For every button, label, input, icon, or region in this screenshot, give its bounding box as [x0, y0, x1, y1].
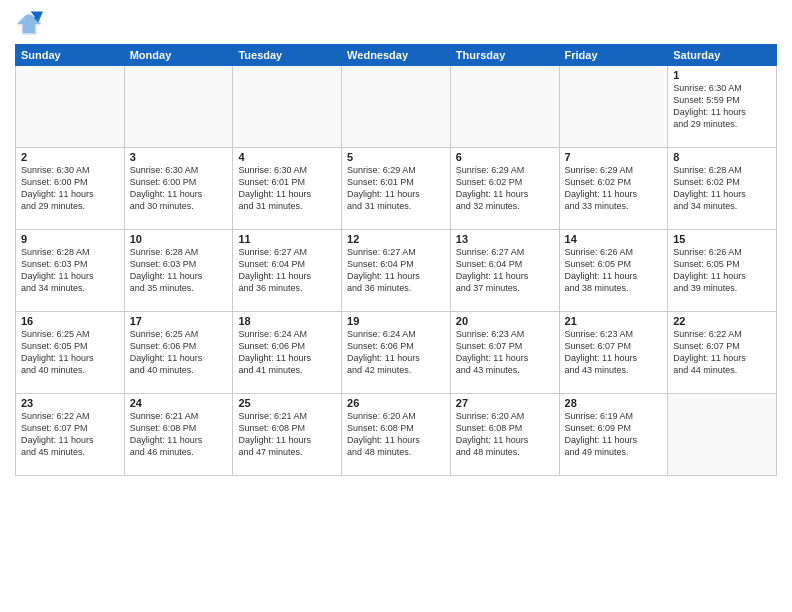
calendar-day-cell: 10Sunrise: 6:28 AM Sunset: 6:03 PM Dayli…: [124, 230, 233, 312]
day-number: 24: [130, 397, 228, 409]
day-info: Sunrise: 6:30 AM Sunset: 6:01 PM Dayligh…: [238, 164, 336, 213]
day-info: Sunrise: 6:28 AM Sunset: 6:03 PM Dayligh…: [130, 246, 228, 295]
calendar-day-cell: 26Sunrise: 6:20 AM Sunset: 6:08 PM Dayli…: [342, 394, 451, 476]
calendar-week-row: 9Sunrise: 6:28 AM Sunset: 6:03 PM Daylig…: [16, 230, 777, 312]
calendar-day-cell: 15Sunrise: 6:26 AM Sunset: 6:05 PM Dayli…: [668, 230, 777, 312]
calendar-day-cell: 13Sunrise: 6:27 AM Sunset: 6:04 PM Dayli…: [450, 230, 559, 312]
calendar-week-row: 1Sunrise: 6:30 AM Sunset: 5:59 PM Daylig…: [16, 66, 777, 148]
day-info: Sunrise: 6:20 AM Sunset: 6:08 PM Dayligh…: [456, 410, 554, 459]
day-number: 7: [565, 151, 663, 163]
calendar-day-cell: 8Sunrise: 6:28 AM Sunset: 6:02 PM Daylig…: [668, 148, 777, 230]
day-info: Sunrise: 6:24 AM Sunset: 6:06 PM Dayligh…: [347, 328, 445, 377]
calendar-day-cell: 20Sunrise: 6:23 AM Sunset: 6:07 PM Dayli…: [450, 312, 559, 394]
calendar-week-row: 16Sunrise: 6:25 AM Sunset: 6:05 PM Dayli…: [16, 312, 777, 394]
day-info: Sunrise: 6:29 AM Sunset: 6:02 PM Dayligh…: [565, 164, 663, 213]
day-info: Sunrise: 6:29 AM Sunset: 6:01 PM Dayligh…: [347, 164, 445, 213]
day-number: 13: [456, 233, 554, 245]
day-number: 8: [673, 151, 771, 163]
day-number: 21: [565, 315, 663, 327]
day-info: Sunrise: 6:24 AM Sunset: 6:06 PM Dayligh…: [238, 328, 336, 377]
calendar-day-cell: 9Sunrise: 6:28 AM Sunset: 6:03 PM Daylig…: [16, 230, 125, 312]
day-info: Sunrise: 6:28 AM Sunset: 6:02 PM Dayligh…: [673, 164, 771, 213]
day-info: Sunrise: 6:23 AM Sunset: 6:07 PM Dayligh…: [456, 328, 554, 377]
day-info: Sunrise: 6:26 AM Sunset: 6:05 PM Dayligh…: [565, 246, 663, 295]
day-of-week-header: Friday: [559, 45, 668, 66]
day-info: Sunrise: 6:25 AM Sunset: 6:06 PM Dayligh…: [130, 328, 228, 377]
calendar-day-cell: 17Sunrise: 6:25 AM Sunset: 6:06 PM Dayli…: [124, 312, 233, 394]
day-of-week-header: Tuesday: [233, 45, 342, 66]
calendar-day-cell: 11Sunrise: 6:27 AM Sunset: 6:04 PM Dayli…: [233, 230, 342, 312]
calendar-day-cell: [559, 66, 668, 148]
day-number: 23: [21, 397, 119, 409]
day-of-week-header: Monday: [124, 45, 233, 66]
day-number: 2: [21, 151, 119, 163]
day-number: 20: [456, 315, 554, 327]
calendar-day-cell: 7Sunrise: 6:29 AM Sunset: 6:02 PM Daylig…: [559, 148, 668, 230]
logo: [15, 10, 47, 38]
calendar-day-cell: 1Sunrise: 6:30 AM Sunset: 5:59 PM Daylig…: [668, 66, 777, 148]
header: [15, 10, 777, 38]
calendar-day-cell: [124, 66, 233, 148]
calendar-day-cell: 5Sunrise: 6:29 AM Sunset: 6:01 PM Daylig…: [342, 148, 451, 230]
day-of-week-header: Saturday: [668, 45, 777, 66]
day-info: Sunrise: 6:27 AM Sunset: 6:04 PM Dayligh…: [456, 246, 554, 295]
calendar-day-cell: 2Sunrise: 6:30 AM Sunset: 6:00 PM Daylig…: [16, 148, 125, 230]
calendar-day-cell: 3Sunrise: 6:30 AM Sunset: 6:00 PM Daylig…: [124, 148, 233, 230]
calendar-day-cell: 6Sunrise: 6:29 AM Sunset: 6:02 PM Daylig…: [450, 148, 559, 230]
day-info: Sunrise: 6:29 AM Sunset: 6:02 PM Dayligh…: [456, 164, 554, 213]
day-number: 12: [347, 233, 445, 245]
day-number: 25: [238, 397, 336, 409]
day-number: 15: [673, 233, 771, 245]
day-of-week-header: Wednesday: [342, 45, 451, 66]
day-info: Sunrise: 6:25 AM Sunset: 6:05 PM Dayligh…: [21, 328, 119, 377]
calendar-day-cell: [342, 66, 451, 148]
day-number: 11: [238, 233, 336, 245]
page: SundayMondayTuesdayWednesdayThursdayFrid…: [0, 0, 792, 612]
day-number: 28: [565, 397, 663, 409]
calendar-day-cell: 19Sunrise: 6:24 AM Sunset: 6:06 PM Dayli…: [342, 312, 451, 394]
calendar-day-cell: 21Sunrise: 6:23 AM Sunset: 6:07 PM Dayli…: [559, 312, 668, 394]
calendar-day-cell: 22Sunrise: 6:22 AM Sunset: 6:07 PM Dayli…: [668, 312, 777, 394]
day-info: Sunrise: 6:21 AM Sunset: 6:08 PM Dayligh…: [238, 410, 336, 459]
day-info: Sunrise: 6:23 AM Sunset: 6:07 PM Dayligh…: [565, 328, 663, 377]
day-number: 3: [130, 151, 228, 163]
calendar-day-cell: [16, 66, 125, 148]
day-number: 16: [21, 315, 119, 327]
calendar-day-cell: 27Sunrise: 6:20 AM Sunset: 6:08 PM Dayli…: [450, 394, 559, 476]
day-info: Sunrise: 6:20 AM Sunset: 6:08 PM Dayligh…: [347, 410, 445, 459]
day-info: Sunrise: 6:22 AM Sunset: 6:07 PM Dayligh…: [21, 410, 119, 459]
calendar-day-cell: 18Sunrise: 6:24 AM Sunset: 6:06 PM Dayli…: [233, 312, 342, 394]
logo-icon: [15, 10, 43, 38]
calendar-day-cell: 14Sunrise: 6:26 AM Sunset: 6:05 PM Dayli…: [559, 230, 668, 312]
calendar-day-cell: 24Sunrise: 6:21 AM Sunset: 6:08 PM Dayli…: [124, 394, 233, 476]
calendar-day-cell: [668, 394, 777, 476]
day-info: Sunrise: 6:28 AM Sunset: 6:03 PM Dayligh…: [21, 246, 119, 295]
day-number: 26: [347, 397, 445, 409]
day-info: Sunrise: 6:22 AM Sunset: 6:07 PM Dayligh…: [673, 328, 771, 377]
calendar-day-cell: 25Sunrise: 6:21 AM Sunset: 6:08 PM Dayli…: [233, 394, 342, 476]
day-number: 10: [130, 233, 228, 245]
day-info: Sunrise: 6:27 AM Sunset: 6:04 PM Dayligh…: [347, 246, 445, 295]
day-of-week-header: Thursday: [450, 45, 559, 66]
day-info: Sunrise: 6:30 AM Sunset: 5:59 PM Dayligh…: [673, 82, 771, 131]
day-number: 18: [238, 315, 336, 327]
calendar: SundayMondayTuesdayWednesdayThursdayFrid…: [15, 44, 777, 476]
calendar-day-cell: 23Sunrise: 6:22 AM Sunset: 6:07 PM Dayli…: [16, 394, 125, 476]
day-number: 5: [347, 151, 445, 163]
day-number: 1: [673, 69, 771, 81]
day-info: Sunrise: 6:19 AM Sunset: 6:09 PM Dayligh…: [565, 410, 663, 459]
calendar-day-cell: 4Sunrise: 6:30 AM Sunset: 6:01 PM Daylig…: [233, 148, 342, 230]
day-info: Sunrise: 6:26 AM Sunset: 6:05 PM Dayligh…: [673, 246, 771, 295]
day-number: 19: [347, 315, 445, 327]
day-number: 4: [238, 151, 336, 163]
day-info: Sunrise: 6:30 AM Sunset: 6:00 PM Dayligh…: [130, 164, 228, 213]
day-number: 14: [565, 233, 663, 245]
calendar-day-cell: 12Sunrise: 6:27 AM Sunset: 6:04 PM Dayli…: [342, 230, 451, 312]
calendar-day-cell: 16Sunrise: 6:25 AM Sunset: 6:05 PM Dayli…: [16, 312, 125, 394]
calendar-day-cell: [233, 66, 342, 148]
day-number: 17: [130, 315, 228, 327]
day-number: 22: [673, 315, 771, 327]
calendar-week-row: 23Sunrise: 6:22 AM Sunset: 6:07 PM Dayli…: [16, 394, 777, 476]
calendar-week-row: 2Sunrise: 6:30 AM Sunset: 6:00 PM Daylig…: [16, 148, 777, 230]
calendar-header-row: SundayMondayTuesdayWednesdayThursdayFrid…: [16, 45, 777, 66]
